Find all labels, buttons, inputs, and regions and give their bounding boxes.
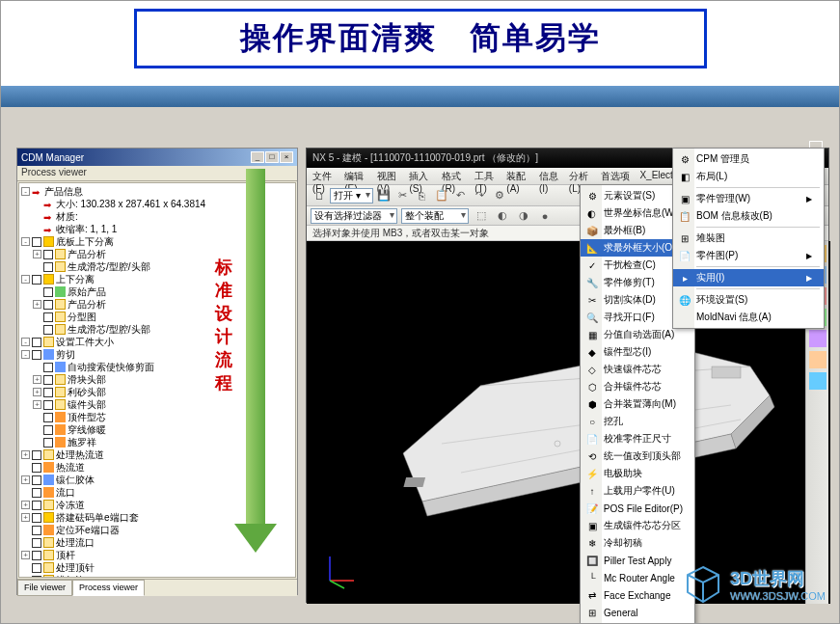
- menu-item[interactable]: ⊞General: [581, 604, 694, 621]
- tree-item[interactable]: +利砂头部: [21, 386, 293, 398]
- expander-icon[interactable]: +: [33, 375, 41, 384]
- checkbox-icon[interactable]: [43, 250, 53, 259]
- menu-item[interactable]: 🌐环境设置(S): [673, 291, 824, 309]
- checkbox-icon[interactable]: [32, 501, 41, 510]
- process-tree[interactable]: -➡产品信息➡大小: 130.238 x 287.461 x 64.3814➡材…: [18, 182, 296, 578]
- menu-item[interactable]: 文件(F): [311, 170, 337, 182]
- menu-item[interactable]: 编辑(E): [342, 170, 369, 182]
- tree-item[interactable]: +镶件头部: [21, 398, 293, 411]
- menu-item[interactable]: 📋BOM 信息核改(B): [673, 207, 824, 225]
- checkbox-icon[interactable]: [32, 538, 41, 548]
- menu-item[interactable]: ○挖孔: [581, 413, 694, 430]
- tree-item[interactable]: +顶杆: [21, 549, 293, 561]
- menu-item[interactable]: 首选项(P): [599, 170, 633, 182]
- menu-item[interactable]: ◧布局(L): [673, 168, 824, 185]
- menu-item[interactable]: ▸实用(I)▶: [673, 269, 824, 286]
- assembly-dropdown[interactable]: 整个装配: [401, 208, 469, 224]
- menu-item[interactable]: ⬢合并装置薄向(M): [581, 395, 694, 413]
- tree-item[interactable]: 穿线修暖: [21, 423, 293, 436]
- tree-item[interactable]: 处理流口: [21, 536, 293, 549]
- tree-item[interactable]: +产品分析: [21, 248, 293, 260]
- checkbox-icon[interactable]: [32, 475, 41, 485]
- tree-item[interactable]: 自动搜索使快修剪面: [21, 361, 293, 373]
- expander-icon[interactable]: -: [21, 275, 30, 284]
- menu-item[interactable]: ⊞堆裝图: [673, 230, 824, 247]
- tool-icon[interactable]: ⚙: [491, 187, 508, 204]
- open-dropdown[interactable]: 打开 ▾: [330, 188, 373, 203]
- menu-item[interactable]: 装配(A): [504, 170, 531, 182]
- side-tool-6[interactable]: [809, 351, 826, 368]
- tree-item[interactable]: 生成滑芯/型腔/头部: [21, 323, 293, 336]
- menu-item[interactable]: MoldNavi 信息(A): [673, 309, 824, 326]
- tree-item[interactable]: 生成滑芯/型腔/头部: [21, 260, 293, 273]
- menu-item[interactable]: 插入(S): [407, 170, 434, 182]
- tree-item[interactable]: ➡大小: 130.238 x 287.461 x 64.3814: [21, 198, 293, 210]
- checkbox-icon[interactable]: [43, 363, 53, 372]
- expander-icon[interactable]: +: [21, 450, 30, 459]
- filter-dropdown[interactable]: 设有选择过滤器: [311, 208, 397, 224]
- expander-icon[interactable]: +: [33, 250, 41, 258]
- expander-icon[interactable]: -: [21, 187, 30, 196]
- tree-item[interactable]: 排气沟: [21, 574, 293, 578]
- menu-item[interactable]: ⬡合并镶件芯芯: [581, 378, 694, 395]
- checkbox-icon[interactable]: [32, 576, 41, 579]
- view-icon[interactable]: ◐: [494, 207, 511, 225]
- tree-item[interactable]: 定位环e端口器: [21, 524, 293, 536]
- redo-icon[interactable]: ↷: [472, 187, 489, 204]
- tree-item[interactable]: -上下分离: [21, 273, 293, 285]
- expander-icon[interactable]: +: [33, 300, 41, 309]
- checkbox-icon[interactable]: [32, 551, 41, 560]
- menu-item[interactable]: ⟲统一值改到顶头部: [581, 448, 694, 465]
- expander-icon[interactable]: -: [21, 350, 30, 359]
- menu-item[interactable]: ▣零件管理(W)▶: [673, 190, 824, 207]
- checkbox-icon[interactable]: [43, 300, 53, 310]
- tree-item[interactable]: 施罗祥: [21, 436, 293, 448]
- menu-item[interactable]: 📄零件图(P)▶: [673, 247, 824, 264]
- menu-item[interactable]: 📝POS File Editor(P): [581, 500, 694, 517]
- checkbox-icon[interactable]: [32, 275, 41, 285]
- checkbox-icon[interactable]: [32, 488, 41, 498]
- tree-item[interactable]: +搭建砝码单e端口套: [21, 511, 293, 524]
- expander-icon[interactable]: +: [33, 400, 41, 409]
- minimize-icon[interactable]: _: [251, 151, 264, 163]
- checkbox-icon[interactable]: [43, 287, 53, 297]
- new-icon[interactable]: 🗋: [311, 187, 328, 204]
- checkbox-icon[interactable]: [32, 237, 41, 247]
- side-tool-5[interactable]: [809, 330, 826, 347]
- menu-item[interactable]: ⇄Face Exchange: [581, 586, 694, 604]
- cdm-titlebar[interactable]: CDM Manager _ □ ×: [17, 149, 297, 166]
- copy-icon[interactable]: ⎘: [414, 187, 431, 204]
- checkbox-icon[interactable]: [32, 526, 41, 535]
- menu-item[interactable]: 🔲Piller Test Apply: [581, 552, 694, 569]
- expander-icon[interactable]: +: [33, 388, 41, 396]
- maximize-icon[interactable]: □: [265, 151, 279, 163]
- tree-item[interactable]: 顶件型芯: [21, 411, 293, 423]
- menu-item[interactable]: ⚡电极助块: [581, 465, 694, 482]
- tree-item[interactable]: ➡收缩率: 1, 1, 1: [21, 223, 293, 235]
- checkbox-icon[interactable]: [43, 312, 53, 322]
- tree-item[interactable]: 分型图: [21, 311, 293, 323]
- tab-file-viewer[interactable]: File viewer: [17, 580, 72, 596]
- expander-icon[interactable]: +: [21, 551, 30, 559]
- tree-item[interactable]: +冷冻道: [21, 499, 293, 511]
- tree-item[interactable]: ➡材质:: [21, 210, 293, 223]
- checkbox-icon[interactable]: [43, 388, 53, 397]
- checkbox-icon[interactable]: [32, 338, 41, 347]
- tree-item[interactable]: -设置工件大小: [21, 336, 293, 348]
- paste-icon[interactable]: 📋: [433, 187, 450, 204]
- menu-item[interactable]: 信息(I): [537, 170, 561, 182]
- expander-icon[interactable]: -: [21, 338, 30, 346]
- shade-icon[interactable]: ●: [536, 207, 554, 225]
- menu-item[interactable]: ◆镶件型芯(I): [581, 343, 694, 361]
- menu-item[interactable]: 分析(L): [567, 170, 593, 182]
- menu-item[interactable]: 📄校准零件正尺寸: [581, 430, 694, 448]
- tree-item[interactable]: 热流道: [21, 461, 293, 474]
- moldnavi-menu[interactable]: ⚙CPM 管理员◧布局(L)▣零件管理(W)▶📋BOM 信息核改(B)⊞堆裝图📄…: [672, 148, 825, 329]
- expander-icon[interactable]: -: [21, 237, 30, 246]
- tree-item[interactable]: -底板上下分离: [21, 235, 293, 248]
- menu-item[interactable]: 工具(T): [473, 170, 499, 182]
- menu-item[interactable]: ❄冷却初稿: [581, 534, 694, 552]
- tree-item[interactable]: +产品分析: [21, 298, 293, 311]
- tree-item[interactable]: 原始产品: [21, 285, 293, 298]
- tree-item[interactable]: +滑块头部: [21, 373, 293, 386]
